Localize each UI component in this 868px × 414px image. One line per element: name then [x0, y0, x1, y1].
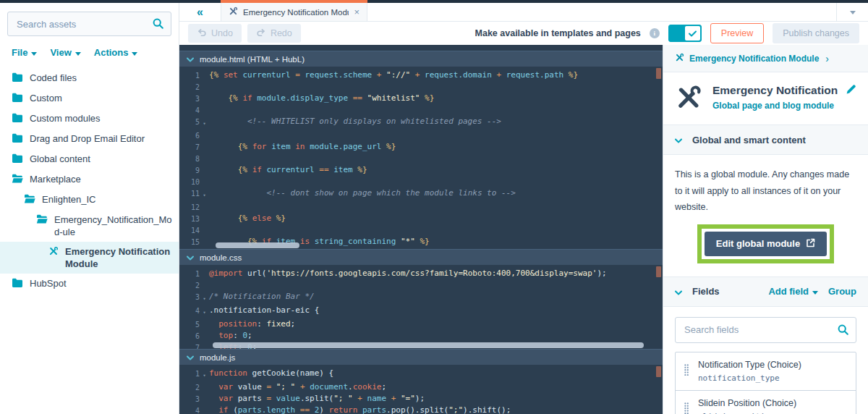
- menu-file-label: File: [12, 47, 27, 58]
- tree-item-marketplace[interactable]: Marketplace: [0, 169, 179, 190]
- code-editor: module.html (HTML + HubL)1{% set current…: [179, 45, 663, 414]
- add-field-button[interactable]: Add field: [768, 286, 818, 297]
- fold-caret-icon[interactable]: ▾: [200, 291, 209, 305]
- sidebar-menus: File View Actions: [0, 42, 179, 61]
- line-number: 3: [179, 93, 200, 104]
- line-number: 10: [179, 176, 200, 187]
- global-module-text: This is a global module. Any changes mad…: [675, 166, 856, 216]
- line-number: 4: [179, 305, 200, 318]
- fold-slot: [200, 318, 209, 330]
- field-card-slidein-position[interactable]: Slidein Position (Choice)slidein_positio…: [675, 390, 856, 414]
- tab-emergency-notification-module[interactable]: Emergency Notification Module ×: [221, 3, 367, 21]
- menu-file[interactable]: File: [12, 47, 37, 58]
- asset-tree: Coded filesCustomCustom modulesDrag and …: [0, 68, 179, 294]
- search-icon[interactable]: [153, 18, 163, 32]
- editor-pane-header-module-js[interactable]: module.js: [179, 349, 663, 365]
- drag-handle-icon[interactable]: [684, 402, 689, 414]
- caret-down-icon: [75, 47, 81, 58]
- edit-pencil-icon[interactable]: [846, 84, 856, 97]
- search-fields-input[interactable]: [675, 317, 856, 343]
- code-line: {% for item in module.page_url %}: [209, 141, 396, 153]
- caret-down-icon: [812, 286, 818, 297]
- code-line: var value = "; " + document.cookie;: [209, 381, 386, 393]
- caret-down-icon: [850, 8, 856, 16]
- pane-title: module.css: [200, 253, 242, 262]
- code-area-module-html[interactable]: 1{% set currenturl = request.scheme + ":…: [179, 67, 663, 249]
- field-card-notification-type[interactable]: Notification Type (Choice)notification_t…: [675, 352, 856, 391]
- templates-availability-toggle[interactable]: [668, 25, 702, 42]
- edit-global-module-button[interactable]: Edit global module: [705, 232, 827, 256]
- horizontal-scrollbar-thumb[interactable]: [213, 342, 644, 348]
- fold-caret-icon[interactable]: ▾: [200, 305, 209, 318]
- tree-item-drag-and-drop-email-editor[interactable]: Drag and Drop Email Editor: [0, 129, 179, 149]
- fold-caret-icon[interactable]: ▾: [200, 187, 209, 201]
- section-fields[interactable]: Fields Add field Group: [663, 276, 868, 307]
- tree-item-custom[interactable]: Custom: [0, 88, 179, 109]
- group-button[interactable]: Group: [828, 286, 856, 297]
- line-number: 7: [179, 342, 200, 349]
- fold-slot: [200, 81, 209, 93]
- close-tab-icon[interactable]: ×: [354, 7, 359, 17]
- tree-item-coded-files[interactable]: Coded files: [0, 68, 179, 88]
- tree-item-label: Marketplace: [30, 173, 81, 185]
- tree-item-global-content[interactable]: Global content: [0, 149, 179, 169]
- section-label: Global and smart content: [692, 135, 806, 145]
- redo-button[interactable]: Redo: [247, 24, 301, 43]
- info-icon[interactable]: i: [650, 28, 660, 38]
- tree-item-emergency-notification-module[interactable]: Emergency Notification Module: [0, 242, 179, 274]
- vertical-scrollbar-thumb[interactable]: [656, 68, 661, 79]
- code-line: @import url('https://fonts.googleapis.co…: [209, 268, 607, 279]
- code-line: {% set currenturl = request.scheme + ":/…: [209, 69, 578, 81]
- code-area-module-js[interactable]: 1▾function getCookie(name) {2 var value …: [179, 365, 663, 414]
- fold-slot: [200, 176, 209, 187]
- finder-sidebar: File View Actions Coded filesCustomCusto…: [0, 3, 179, 414]
- section-global-smart-content[interactable]: Global and smart content: [663, 124, 868, 155]
- undo-button[interactable]: Undo: [188, 24, 242, 43]
- drag-handle-icon[interactable]: [684, 364, 689, 379]
- tree-item-enlighten-ic[interactable]: Enlighten_IC: [0, 190, 179, 210]
- editor-pane-header-module-css[interactable]: module.css: [179, 249, 663, 265]
- tree-item-label: HubSpot: [30, 277, 67, 290]
- preview-button[interactable]: Preview: [710, 23, 764, 43]
- search-assets-input[interactable]: [7, 12, 171, 36]
- tree-item-hubspot[interactable]: HubSpot: [0, 274, 179, 294]
- menu-view[interactable]: View: [50, 47, 80, 58]
- line-number: 1: [179, 368, 200, 381]
- add-field-label: Add field: [768, 286, 809, 297]
- module-subtitle: Global page and blog module: [712, 101, 856, 111]
- publish-changes-button[interactable]: Publish changes: [773, 23, 859, 43]
- fold-slot: [200, 405, 209, 414]
- code-area-module-css[interactable]: 1@import url('https://fonts.googleapis.c…: [179, 265, 663, 349]
- tree-item-custom-modules[interactable]: Custom modules: [0, 109, 179, 129]
- code-line: .notification-bar-eic {: [209, 305, 319, 318]
- pane-title: module.js: [200, 353, 235, 362]
- design-manager-window: File View Actions Coded filesCustomCusto…: [0, 0, 868, 414]
- line-number: 8: [179, 153, 200, 164]
- fold-slot: [200, 381, 209, 393]
- fold-caret-icon[interactable]: ▾: [200, 368, 209, 381]
- group-label: Group: [828, 286, 856, 297]
- editor-pane-header-module-html[interactable]: module.html (HTML + HubL): [179, 51, 663, 67]
- line-number: 1: [179, 69, 200, 81]
- vertical-scrollbar-thumb[interactable]: [656, 366, 661, 377]
- tab-title: Emergency Notification Module: [243, 8, 349, 17]
- folder-open-icon: [24, 194, 35, 206]
- search-icon[interactable]: [838, 324, 848, 338]
- tree-item-label: Coded files: [30, 72, 77, 84]
- tab-overflow-button[interactable]: [836, 3, 868, 21]
- redo-label: Redo: [271, 28, 292, 38]
- fold-caret-icon[interactable]: ▾: [200, 116, 209, 130]
- vertical-scrollbar-thumb[interactable]: [656, 266, 661, 277]
- line-number: 3: [179, 393, 200, 405]
- line-number: 9: [179, 164, 200, 176]
- tree-item-label: Emergency_Notification_Mod-ule: [54, 214, 173, 238]
- line-number: 6: [179, 330, 200, 342]
- module-icon: [675, 53, 684, 64]
- field-label: Slidein Position (Choice): [698, 398, 796, 408]
- collapse-sidebar-button[interactable]: «: [179, 3, 221, 21]
- menu-actions[interactable]: Actions: [94, 47, 138, 58]
- tree-item-emergency-notification-mod-ule[interactable]: Emergency_Notification_Mod-ule: [0, 210, 179, 242]
- fold-slot: [200, 93, 209, 104]
- breadcrumb-link[interactable]: Emergency Notification Module: [689, 54, 819, 64]
- horizontal-scrollbar-thumb[interactable]: [216, 242, 299, 248]
